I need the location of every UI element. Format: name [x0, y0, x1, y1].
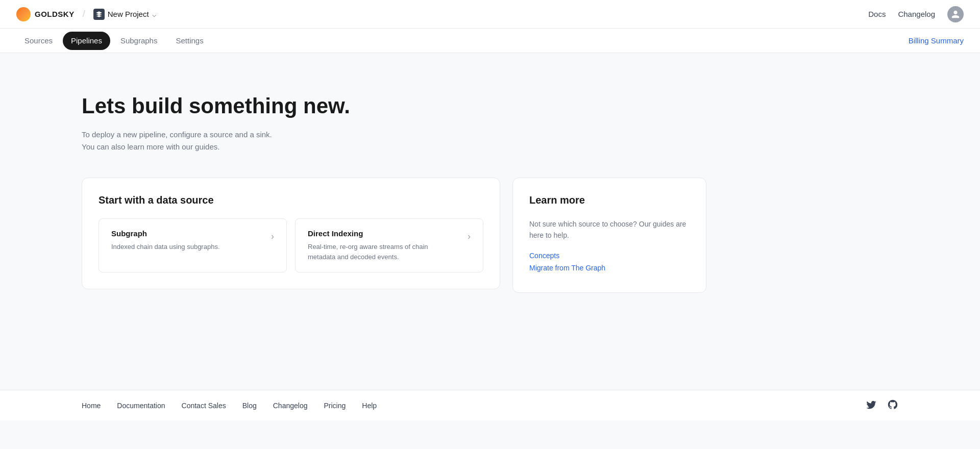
footer: Home Documentation Contact Sales Blog Ch… [0, 390, 980, 420]
subgraph-option[interactable]: Subgraph Indexed chain data using subgra… [99, 218, 287, 272]
logo[interactable]: GOLDSKY [16, 7, 75, 21]
learn-more-title: Learn more [529, 194, 690, 206]
footer-social [866, 399, 898, 412]
header-left: GOLDSKY / New Project ⌵ [16, 7, 156, 21]
tab-subgraphs[interactable]: Subgraphs [112, 32, 166, 50]
user-avatar[interactable] [947, 6, 964, 22]
concepts-link[interactable]: Concepts [529, 252, 690, 260]
migrate-graph-link[interactable]: Migrate from The Graph [529, 264, 690, 272]
project-name: New Project [108, 10, 149, 18]
hero-title: Lets build something new. [82, 94, 898, 118]
footer-pricing[interactable]: Pricing [324, 402, 346, 410]
chevron-right-icon: › [271, 231, 274, 242]
source-options: Subgraph Indexed chain data using subgra… [99, 218, 483, 272]
footer-home[interactable]: Home [82, 402, 101, 410]
direct-indexing-option[interactable]: Direct Indexing Real-time, re-org aware … [295, 218, 483, 272]
cards-row: Start with a data source Subgraph Indexe… [82, 178, 898, 293]
hero-subtitle: To deploy a new pipeline, configure a so… [82, 129, 276, 153]
logo-text: GOLDSKY [35, 10, 75, 18]
footer-help[interactable]: Help [362, 402, 377, 410]
changelog-link[interactable]: Changelog [898, 10, 935, 18]
tab-sources[interactable]: Sources [16, 32, 61, 50]
divider: / [83, 9, 85, 19]
direct-indexing-option-desc: Real-time, re-org aware streams of chain… [308, 242, 451, 262]
footer-changelog[interactable]: Changelog [273, 402, 308, 410]
data-source-card-title: Start with a data source [99, 194, 483, 206]
footer-documentation[interactable]: Documentation [117, 402, 165, 410]
tab-pipelines[interactable]: Pipelines [63, 32, 110, 50]
github-icon[interactable] [887, 399, 898, 412]
footer-links: Home Documentation Contact Sales Blog Ch… [82, 402, 377, 410]
project-icon [93, 9, 105, 20]
user-icon [951, 10, 960, 19]
nav-tabs: Sources Pipelines Subgraphs Settings [16, 29, 212, 53]
header-right: Docs Changelog [868, 6, 964, 22]
billing-summary-link[interactable]: Billing Summary [909, 36, 964, 45]
twitter-icon[interactable] [866, 399, 877, 412]
learn-more-desc: Not sure which source to choose? Our gui… [529, 218, 690, 241]
chevron-down-icon: ⌵ [152, 10, 156, 18]
header: GOLDSKY / New Project ⌵ Docs Changelog [0, 0, 980, 29]
tab-settings[interactable]: Settings [167, 32, 211, 50]
learn-more-card: Learn more Not sure which source to choo… [512, 178, 706, 293]
nav-bar: Sources Pipelines Subgraphs Settings Bil… [0, 29, 980, 53]
docs-link[interactable]: Docs [868, 10, 886, 18]
footer-contact-sales[interactable]: Contact Sales [182, 402, 226, 410]
cube-icon [95, 11, 103, 18]
project-selector[interactable]: New Project ⌵ [93, 9, 156, 20]
footer-blog[interactable]: Blog [242, 402, 257, 410]
logo-icon [16, 7, 31, 21]
subgraph-option-title: Subgraph [111, 229, 267, 238]
chevron-right-icon-2: › [468, 231, 471, 242]
subgraph-option-content: Subgraph Indexed chain data using subgra… [111, 229, 267, 252]
direct-indexing-option-title: Direct Indexing [308, 229, 463, 238]
main-content: Lets build something new. To deploy a ne… [0, 53, 980, 390]
direct-indexing-option-content: Direct Indexing Real-time, re-org aware … [308, 229, 463, 262]
data-source-card: Start with a data source Subgraph Indexe… [82, 178, 500, 289]
subgraph-option-desc: Indexed chain data using subgraphs. [111, 242, 254, 252]
